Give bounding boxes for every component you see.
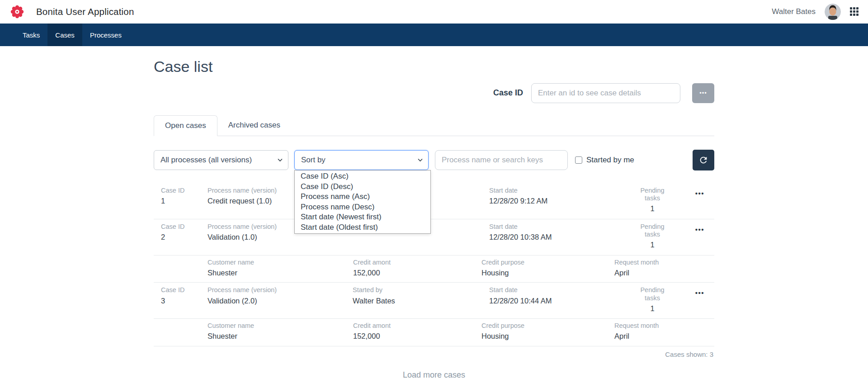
request-month-value: April: [614, 331, 714, 341]
credit-purpose-value: Housing: [481, 268, 614, 278]
nav-item-tasks[interactable]: Tasks: [15, 24, 47, 46]
case-list: Case ID1 Process name (version)Credit re…: [154, 183, 714, 346]
case-id-value: 2: [161, 232, 208, 242]
refresh-button[interactable]: [693, 150, 714, 170]
sort-dropdown-menu: Case ID (Asc) Case ID (Desc) Process nam…: [294, 170, 431, 234]
start-date-value: 12/28/20 10:38 AM: [489, 232, 629, 242]
case-id-label: Case ID: [493, 88, 523, 98]
sort-select-value: Sort by: [301, 156, 326, 165]
customer-name-value: Shuester: [208, 268, 353, 278]
start-date-value: 12/28/20 9:12 AM: [489, 196, 629, 206]
chevron-down-icon: [278, 158, 283, 162]
process-filter-value: All processes (all versions): [160, 156, 252, 165]
case-tabs: Open cases Archived cases: [154, 115, 714, 136]
page-title: Case list: [154, 58, 714, 76]
nav-item-processes[interactable]: Processes: [82, 24, 129, 46]
case-id-value: 1: [161, 196, 208, 206]
sort-option-process-asc[interactable]: Process name (Asc): [295, 192, 430, 202]
table-row[interactable]: Case ID1 Process name (version)Credit re…: [154, 183, 714, 219]
bonita-logo-icon: [10, 5, 24, 19]
cases-shown-count: Cases shown: 3: [154, 346, 714, 358]
refresh-icon: [698, 155, 708, 165]
started-by-me-label: Started by me: [586, 156, 634, 165]
table-row[interactable]: Case ID2 Process name (version)Validatio…: [154, 219, 714, 256]
credit-amount-value: 152,000: [353, 268, 481, 278]
load-more-cases-link[interactable]: Load more cases: [154, 370, 714, 380]
table-row-details: Customer nameShuester Credit amont152,00…: [154, 319, 714, 346]
credit-purpose-value: Housing: [481, 331, 614, 341]
nav-item-cases[interactable]: Cases: [47, 24, 82, 46]
process-filter-select[interactable]: All processes (all versions): [154, 150, 288, 170]
sort-select[interactable]: Sort by Case ID (Asc) Case ID (Desc) Pro…: [294, 150, 429, 170]
sort-option-date-newest[interactable]: Start date (Newest first): [295, 212, 430, 222]
customer-name-value: Shuester: [208, 331, 353, 341]
user-name[interactable]: Walter Bates: [772, 7, 816, 16]
started-by-me-filter[interactable]: Started by me: [575, 156, 634, 165]
table-row[interactable]: Case ID3 Process name (version)Validatio…: [154, 283, 714, 319]
chevron-down-icon: [418, 158, 423, 162]
row-menu-icon[interactable]: •••: [695, 289, 704, 297]
process-name-value: Validation (1.0): [208, 232, 353, 242]
case-id-search: Case ID •••: [154, 83, 714, 103]
table-row-details: Customer nameShuester Credit amont152,00…: [154, 256, 714, 283]
started-by-me-checkbox[interactable]: [575, 156, 582, 164]
app-grid-icon[interactable]: [850, 7, 859, 16]
start-date-value: 12/28/20 10:44 AM: [489, 296, 629, 306]
pending-tasks-value: 1: [629, 204, 675, 213]
row-menu-icon[interactable]: •••: [695, 189, 704, 197]
ellipsis-icon: •••: [699, 90, 707, 96]
sort-option-case-id-asc[interactable]: Case ID (Asc): [295, 171, 430, 182]
main-navigation: Tasks Cases Processes: [0, 24, 868, 46]
request-month-value: April: [614, 268, 714, 278]
app-header: Bonita User Application Walter Bates: [0, 0, 868, 24]
avatar[interactable]: [825, 4, 841, 20]
app-title: Bonita User Application: [36, 6, 134, 17]
process-name-value: Validation (2.0): [208, 296, 353, 306]
row-menu-icon[interactable]: •••: [695, 226, 704, 233]
started-by-value: Walter Bates: [353, 296, 489, 306]
case-id-input[interactable]: [531, 83, 680, 103]
pending-tasks-value: 1: [629, 304, 675, 313]
filter-bar: All processes (all versions) Sort by Cas…: [154, 150, 714, 170]
case-id-value: 3: [161, 296, 208, 306]
case-id-more-button[interactable]: •••: [692, 83, 714, 103]
tab-open-cases[interactable]: Open cases: [154, 115, 217, 136]
tab-archived-cases[interactable]: Archived cases: [217, 115, 291, 136]
sort-option-case-id-desc[interactable]: Case ID (Desc): [295, 182, 430, 192]
credit-amount-value: 152,000: [353, 331, 481, 341]
pending-tasks-value: 1: [629, 240, 675, 250]
sort-option-date-oldest[interactable]: Start date (Oldest first): [295, 222, 430, 233]
sort-option-process-desc[interactable]: Process name (Desc): [295, 202, 430, 213]
process-search-input[interactable]: [435, 150, 568, 170]
